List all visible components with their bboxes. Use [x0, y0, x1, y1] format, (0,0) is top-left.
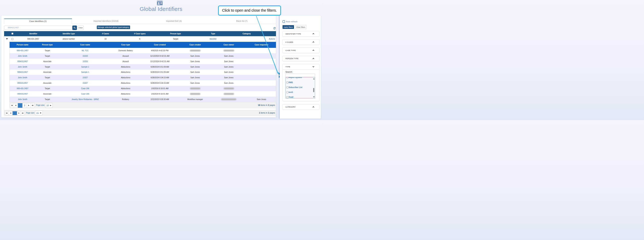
cases-header[interactable]: # CASES — [283, 39, 319, 45]
case-name-link[interactable]: ML TCC — [82, 50, 89, 52]
manage-type-category-button[interactable]: Manage selected global type/category — [97, 25, 130, 29]
identifier-type-header[interactable]: IDENTIFIER TYPE — [283, 31, 319, 37]
inner-pager-prev[interactable] — [14, 103, 18, 108]
outer-pager-last[interactable] — [21, 111, 25, 115]
collapse-row-icon[interactable] — [6, 38, 8, 40]
tab-imported-doc[interactable]: Imported DoC (6) — [140, 18, 208, 24]
filter-section-category: CATEGORY — [282, 104, 320, 110]
person-name-link[interactable]: John Smith — [18, 98, 27, 100]
inner-page-size-select[interactable]: 10 — [45, 103, 53, 108]
last-page-icon — [22, 113, 24, 114]
tab-black-list[interactable]: Black list (7) — [208, 18, 276, 24]
outer-pager-prev[interactable] — [9, 111, 12, 115]
scroll-thumb[interactable] — [313, 88, 314, 92]
case-name-link[interactable]: 15327 — [82, 82, 88, 84]
tab-imported-identifiers[interactable]: Imported Identifiers (31018) — [72, 18, 140, 24]
scroll-up-icon[interactable] — [313, 78, 315, 79]
cell-case-creator: Sam Jones — [180, 80, 210, 86]
case-name-link[interactable]: 15327 — [82, 77, 88, 79]
redacted-value — [224, 93, 234, 95]
actions-link[interactable]: Actions — [269, 38, 275, 40]
clear-search-button[interactable]: Clear — [78, 25, 84, 30]
cell-case-creator — [180, 91, 210, 97]
redacted-value — [224, 50, 234, 51]
inner-pager-last[interactable] — [31, 103, 35, 108]
inner-grid-rows: 999-431-2457TargetML TCCDomestic Battery… — [10, 48, 276, 102]
person-name-link[interactable]: 9994312457 — [17, 71, 28, 73]
type-search-input[interactable] — [286, 74, 315, 77]
cell-person-type: Target — [36, 48, 59, 53]
auto-refresh-checkbox[interactable] — [282, 20, 285, 23]
cell-case-name: Case 166 — [59, 86, 112, 91]
type-option[interactable]: Subscriber List — [286, 85, 302, 90]
search-icon — [74, 27, 76, 29]
person-name-link[interactable]: 9994312457 — [17, 82, 28, 84]
cell-case-creator: Sam Jones — [180, 64, 210, 70]
col-identifier-type: Identifier type — [50, 31, 88, 36]
type-option[interactable]: test1 — [286, 90, 293, 95]
chevron-up-icon — [312, 58, 314, 60]
outer-page-size-select[interactable]: 15 — [35, 111, 43, 116]
scroll-down-icon[interactable] — [313, 97, 315, 98]
person-name-link[interactable]: 999-431-2457 — [17, 50, 28, 52]
search-input[interactable] — [4, 25, 72, 30]
type-search-label: Search: — [286, 71, 317, 73]
case-name-link[interactable]: 15333 — [82, 60, 88, 62]
row-checkbox[interactable] — [12, 38, 13, 40]
search-button[interactable] — [72, 25, 77, 30]
outer-pager-page-1[interactable]: 1 — [12, 111, 17, 115]
case-row: John SmithTargetSample 1Abductions6/28/2… — [10, 64, 276, 70]
person-name-link[interactable]: John Smith — [18, 55, 27, 57]
cell-identifier: 999-431-2457 — [16, 36, 50, 42]
inner-pager-first[interactable] — [10, 103, 14, 108]
case-row: 9994312457Associate15333Assault11/12/202… — [10, 59, 276, 64]
case-type-header[interactable]: CASE TYPE — [283, 48, 319, 53]
person-name-link[interactable]: John Smith — [18, 66, 27, 68]
case-name-link[interactable]: Sample 1 — [81, 66, 89, 68]
select-all-checkbox[interactable] — [12, 33, 13, 34]
person-name-link[interactable]: 9994312457 — [17, 60, 28, 62]
inner-pager: 1 2 — [10, 103, 35, 108]
case-name-link[interactable]: Sample 1 — [81, 71, 89, 73]
cell-case-created: 4/9/2025 4:42:33 PM — [140, 48, 180, 53]
inner-pager-page-1[interactable]: 1 — [18, 103, 22, 108]
cell-case-created: 6/28/2024 6:34:15 AM — [140, 80, 180, 86]
type-option[interactable]: RMS — [286, 80, 293, 85]
person-name-link[interactable]: John Smith — [18, 77, 27, 79]
tab-case-identifiers[interactable]: Case Identifiers (1) — [4, 18, 72, 24]
type-option-checkbox[interactable] — [286, 87, 288, 88]
type-option-checkbox[interactable] — [286, 96, 288, 98]
apply-filters-button[interactable]: Apply filters — [282, 25, 294, 29]
type-option[interactable]: Test2 — [286, 95, 294, 99]
chevron-up-icon — [312, 106, 314, 108]
outer-pager-next[interactable] — [17, 111, 21, 115]
type-list-scrollbar[interactable] — [313, 78, 315, 98]
cell-person-name: John Smith — [10, 53, 36, 59]
inner-pager-next[interactable] — [27, 103, 31, 108]
outer-pager-first[interactable] — [5, 111, 9, 115]
person-name-link[interactable]: 9994312457 — [17, 93, 28, 95]
col-case-created: Case created — [140, 42, 180, 48]
case-name-link[interactable]: 15333 — [82, 55, 88, 57]
type-blacklist-link[interactable]: blacklist — [210, 38, 216, 40]
type-header[interactable]: TYPE — [283, 64, 319, 69]
inner-pager-page-2[interactable]: 2 — [22, 103, 27, 108]
refresh-button[interactable] — [273, 27, 276, 29]
case-row: John SmithTarget15327Abductions6/28/2024… — [10, 75, 276, 80]
next-page-icon — [28, 105, 30, 106]
cell-case-owner: Sam Jones — [210, 75, 247, 80]
clear-filters-button[interactable]: Clear filters — [295, 25, 306, 29]
case-name-link[interactable]: Case 166 — [81, 93, 89, 95]
case-name-link[interactable]: Jewelry Store Robberies - SRN2 — [72, 98, 99, 100]
type-option-checkbox[interactable] — [286, 91, 288, 93]
cell-person-type: Associate — [36, 70, 59, 75]
category-header[interactable]: CATEGORY — [283, 104, 319, 110]
type-option-checkbox[interactable] — [286, 82, 288, 84]
type-option[interactable]: Report System — [286, 77, 302, 80]
type-option-checkbox[interactable] — [286, 77, 288, 78]
cell-person-name: 9994312457 — [10, 59, 36, 64]
person-type-header[interactable]: PERSON TYPE — [283, 56, 319, 61]
person-name-link[interactable]: 999-431-2457 — [17, 88, 28, 90]
case-name-link[interactable]: Case 166 — [81, 88, 89, 90]
cell-case-name: ML TCC — [59, 48, 112, 53]
